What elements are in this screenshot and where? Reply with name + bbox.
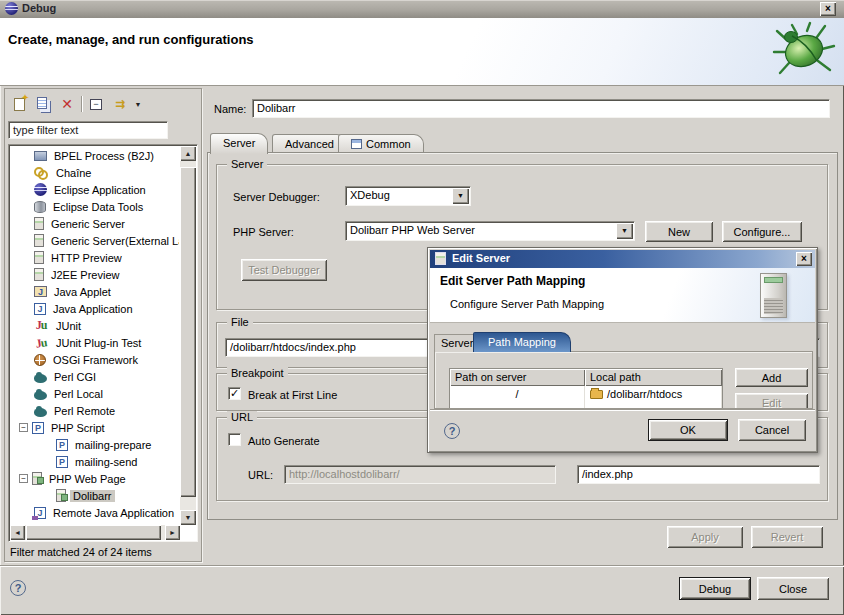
window-titlebar[interactable]: Debug × [0,0,844,18]
new-server-button[interactable]: New [645,221,713,242]
dialog-titlebar[interactable]: Edit Server × [430,250,815,268]
close-button[interactable]: Close [757,577,829,600]
eclipse-icon [34,183,47,196]
path-on-server-cell[interactable]: / [450,386,585,402]
tree-item-label: Eclipse Data Tools [50,201,146,213]
ok-button[interactable]: OK [648,419,728,441]
configure-server-button[interactable]: Configure... [722,221,802,242]
local-path-cell[interactable]: /dolibarr/htdocs [585,386,722,402]
page-title: Create, manage, and run configurations [8,32,254,47]
collapse-expander-icon[interactable]: − [19,474,28,483]
server-icon [435,252,446,265]
scroll-up-icon[interactable]: ▲ [180,146,196,161]
dialog-tab-path-mapping[interactable]: Path Mapping [473,332,571,352]
tree-item-perl-local[interactable]: Perl Local [10,385,179,402]
debug-button[interactable]: Debug [679,577,751,600]
tree-item-generic-server-external-la[interactable]: Generic Server(External La [10,232,179,249]
filter-icon[interactable]: ⇉ [108,93,132,115]
tree-item-label: JUnit Plug-in Test [53,337,144,349]
test-debugger-button[interactable]: Test Debugger [241,259,327,281]
tree-item-java-application[interactable]: Java Application [10,300,179,317]
edit-mapping-button[interactable]: Edit [735,393,808,409]
scroll-down-icon[interactable]: ▼ [180,510,196,525]
tree-item-label: mailing-prepare [72,439,154,451]
tree-item-perl-remote[interactable]: Perl Remote [10,402,179,419]
tree-item-perl-cgi[interactable]: Perl CGI [10,368,179,385]
perl-icon [34,408,47,417]
dialog-close-button[interactable]: × [796,252,812,266]
tree-item-mailing-send[interactable]: mailing-send [10,453,179,470]
name-label: Name: [214,103,246,115]
php-script-icon [32,422,44,434]
tree-item-php-script[interactable]: −PHP Script [10,419,179,436]
tree-item-cha-ne[interactable]: Chaîne [10,164,179,181]
tree-item-dolibarr[interactable]: Dolibarr [10,487,179,504]
tree-item-remote-java-application[interactable]: Remote Java Application [10,504,179,521]
tree-item-bpel-process-b2j[interactable]: BPEL Process (B2J) [10,147,179,164]
name-input[interactable]: Dolibarr [252,99,830,118]
auto-generate-checkbox[interactable] [228,433,241,446]
break-first-line-checkbox[interactable]: ✓ [228,387,241,400]
server-icon [34,268,44,281]
duplicate-icon[interactable] [31,93,55,115]
help-icon[interactable]: ? [10,580,26,596]
path-mapping-row[interactable]: //dolibarr/htdocs [450,386,722,402]
php-server-select[interactable]: Dolibarr PHP Web Server ▼ [345,221,635,241]
window-close-button[interactable]: × [820,2,836,16]
delete-icon[interactable]: ✕ [55,93,79,115]
url-group-legend: URL [227,411,257,423]
dialog-help-icon[interactable]: ? [444,423,460,439]
tree-item-generic-server[interactable]: Generic Server [10,215,179,232]
cancel-button[interactable]: Cancel [738,419,806,441]
tree-item-osgi-framework[interactable]: OSGi Framework [10,351,179,368]
bpel-icon [34,151,47,161]
tree-item-java-applet[interactable]: Java Applet [10,283,179,300]
server-graphic-icon [760,273,787,318]
tree-item-junit-plug-in-test[interactable]: JUnit Plug-in Test [10,334,179,351]
collapse-all-icon[interactable]: − [84,93,108,115]
tree-item-php-web-page[interactable]: −PHP Web Page [10,470,179,487]
empty-table-row [450,402,722,409]
edit-server-dialog: Edit Server × Edit Server Path Mapping C… [427,247,818,453]
tree-item-http-preview[interactable]: HTTP Preview [10,249,179,266]
dialog-heading: Edit Server Path Mapping [440,274,585,288]
url-input[interactable]: http://localhostdolibarr/ [284,465,556,484]
hscroll-thumb[interactable] [26,525,161,540]
tab-server[interactable]: Server [210,133,268,154]
add-mapping-button[interactable]: Add [735,368,808,387]
tree-item-label: Chaîne [53,167,94,179]
scroll-left-icon[interactable]: ◄ [10,525,25,540]
tree-item-label: Java Application [50,303,136,315]
new-config-icon[interactable] [7,93,31,115]
tree-item-label: OSGi Framework [50,354,141,366]
col-path-on-server[interactable]: Path on server [450,369,585,386]
scroll-right-icon[interactable]: ► [165,525,180,540]
tree-item-eclipse-application[interactable]: Eclipse Application [10,181,179,198]
chevron-down-icon[interactable]: ▼ [452,188,469,204]
tree-item-eclipse-data-tools[interactable]: Eclipse Data Tools [10,198,179,215]
tree-item-j2ee-preview[interactable]: J2EE Preview [10,266,179,283]
server-debugger-select[interactable]: XDebug ▼ [345,186,471,206]
filter-input[interactable]: type filter text [8,121,168,139]
tree-item-junit[interactable]: JUnit [10,317,179,334]
col-local-path[interactable]: Local path [585,369,722,386]
server-icon [34,234,44,247]
debug-window: Debug × Create, manage, and run configur… [0,0,844,615]
config-tree: BPEL Process (B2J)ChaîneEclipse Applicat… [8,144,198,542]
tab-common[interactable]: Common [338,134,424,153]
tab-advanced[interactable]: Advanced [272,134,347,153]
server-icon [34,217,44,230]
tree-item-mailing-prepare[interactable]: mailing-prepare [10,436,179,453]
chevron-down-icon[interactable]: ▼ [616,223,633,239]
apply-button[interactable]: Apply [667,526,743,548]
revert-button[interactable]: Revert [751,526,823,548]
vscroll-thumb[interactable] [180,167,196,497]
server-debugger-label: Server Debugger: [233,191,320,203]
url-file-input[interactable]: /index.php [577,465,820,484]
menu-dropdown-icon[interactable]: ▼ [132,93,144,115]
junit-plugin-icon [33,335,50,351]
php-file-icon [56,439,68,451]
osgi-icon [34,354,46,366]
collapse-expander-icon[interactable]: − [19,423,28,432]
table-header-row: Path on server Local path [450,369,722,386]
